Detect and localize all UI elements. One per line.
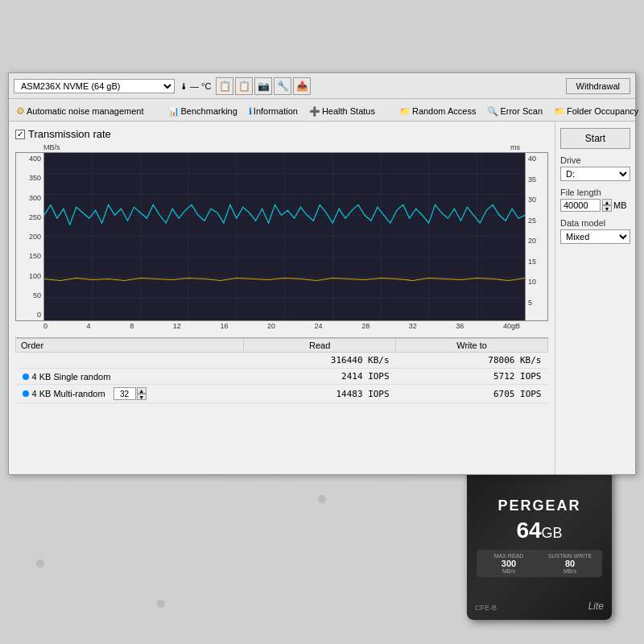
drive-selector[interactable]: D:: [560, 167, 630, 181]
toolbar: ASM236X NVME (64 gB) 🌡 — °C 📋 📋 📷 🔧 📤 Wi…: [9, 73, 635, 99]
x-axis: 0 4 8 12 16 20 24 28 32 36 40gB: [15, 321, 548, 331]
file-length-section: File length ▲ ▼ MB: [560, 188, 630, 212]
write-val-1: 78006 KB/s: [396, 353, 548, 369]
y-axis-right: 40 35 30 25 20 15 10 5: [525, 153, 547, 320]
file-length-up[interactable]: ▲: [602, 199, 612, 205]
drive-section: Drive D:: [560, 155, 630, 181]
read-val-1: 316440 KB/s: [244, 353, 396, 369]
nav-item-folder-occupancy[interactable]: 📁 Folder Occupancy: [551, 105, 641, 118]
max-read-unit: MB/s: [481, 568, 536, 574]
svg-point-8: [318, 495, 326, 503]
card-specs: MAX READ 300 MB/s SUSTAIN WRITE 80 MB/s: [477, 550, 602, 577]
right-panel: Start Drive D: File length ▲ ▼ MB: [555, 122, 635, 474]
nav-tabs: ⚙ Automatic noise management 📊 Benchmark…: [9, 99, 635, 122]
start-button[interactable]: Start: [560, 128, 630, 149]
file-length-unit: MB: [613, 200, 627, 210]
folder-icon-2: 📁: [554, 106, 565, 117]
max-read-value: 300: [481, 559, 536, 568]
folder-icon-1: 📁: [399, 106, 411, 117]
nav-item-health[interactable]: ➕ Health Status: [307, 105, 378, 118]
chart-svg-container: [44, 153, 525, 320]
nav-item-benchmarking[interactable]: 📊 Benchmarking: [166, 105, 240, 118]
benchmark-icon: 📊: [168, 106, 180, 117]
icon-btn-1[interactable]: 📋: [216, 77, 233, 95]
table-row: 316440 KB/s 78006 KB/s: [16, 353, 548, 369]
nav-item-error-scan[interactable]: 🔍 Error Scan: [485, 105, 545, 118]
icon-btn-5[interactable]: 📤: [293, 77, 311, 95]
table-row: 4 KB Single random 2414 IOPS 5712 IOPS: [16, 369, 548, 385]
main-area: ✓ Transmission rate MB/s ms 400 350 300 …: [9, 122, 555, 474]
spinner-value: 32: [114, 387, 136, 400]
color-indicator-1: [23, 374, 29, 380]
col-order: Order: [16, 339, 244, 353]
y-right-unit: ms: [510, 143, 520, 151]
write-val-3: 6705 IOPS: [396, 385, 548, 403]
file-length-down[interactable]: ▼: [602, 205, 612, 212]
thermometer-icon: 🌡: [180, 81, 188, 91]
spinner-up[interactable]: ▲: [137, 387, 147, 394]
transmission-checkbox[interactable]: ✓: [15, 130, 25, 139]
card-type-label: Lite: [588, 601, 604, 612]
col-read: Read: [244, 339, 396, 353]
col-write: Write to: [396, 339, 548, 353]
file-length-input[interactable]: [560, 199, 601, 212]
icon-btn-3[interactable]: 📷: [254, 77, 272, 95]
chart-title-row: ✓ Transmission rate: [15, 128, 548, 140]
data-model-selector[interactable]: Mixed: [560, 229, 630, 244]
svg-line-3: [161, 499, 322, 604]
health-icon: ➕: [309, 106, 320, 117]
drive-label: Drive: [560, 155, 630, 165]
sustain-write-label: SUSTAIN WRITE: [543, 553, 597, 559]
nav-item-random-access[interactable]: 📁 Random Access: [397, 105, 478, 118]
icon-btn-2[interactable]: 📋: [235, 77, 253, 95]
y-left-unit: MB/s: [43, 143, 60, 151]
search-icon: 🔍: [487, 106, 498, 117]
write-val-2: 5712 IOPS: [396, 369, 548, 385]
device-selector[interactable]: ASM236X NVME (64 gB): [14, 79, 175, 93]
data-model-section: Data model Mixed: [560, 218, 630, 244]
file-length-label: File length: [560, 188, 630, 197]
info-icon: ℹ: [249, 106, 252, 117]
data-table: Order Read Write to 316440 KB/s 78006 KB…: [15, 338, 548, 403]
card-cfe-label: CFE-B: [475, 604, 497, 612]
icon-btn-4[interactable]: 🔧: [274, 77, 291, 95]
spinner-down[interactable]: ▼: [137, 394, 147, 400]
card-size: 64GB: [516, 518, 562, 543]
color-indicator-2: [23, 390, 29, 397]
row-label-1: 4 KB Single random: [32, 372, 111, 382]
read-val-3: 14483 IOPS: [244, 385, 396, 403]
chart-container: 400 350 300 250 200 150 100 50 0: [15, 152, 548, 321]
memory-card: PERGEAR 64GB MAX READ 300 MB/s SUSTAIN W…: [467, 451, 612, 620]
table-area: Order Read Write to 316440 KB/s 78006 KB…: [15, 337, 548, 403]
card-spec-read: MAX READ 300 MB/s: [481, 553, 536, 574]
card-brand: PERGEAR: [497, 497, 580, 514]
y-axis-left: 400 350 300 250 200 150 100 50 0: [16, 153, 44, 320]
content-area: ✓ Transmission rate MB/s ms 400 350 300 …: [9, 122, 635, 474]
toolbar-icons: 📋 📋 📷 🔧 📤: [216, 77, 311, 95]
nav-item-noise-management[interactable]: ⚙ Automatic noise management: [14, 105, 147, 118]
data-model-label: Data model: [560, 218, 630, 228]
nav-item-information[interactable]: ℹ Information: [246, 105, 300, 118]
memory-card-section: PERGEAR 64GB MAX READ 300 MB/s SUSTAIN W…: [467, 451, 628, 628]
chart-title: Transmission rate: [28, 128, 111, 140]
row-label-2: 4 KB Multi-random: [32, 389, 105, 398]
card-spec-write: SUSTAIN WRITE 80 MB/s: [543, 553, 597, 574]
read-val-2: 2414 IOPS: [244, 369, 396, 385]
svg-point-12: [36, 559, 44, 568]
gear-icon: ⚙: [16, 105, 25, 117]
table-row: 4 KB Multi-random 32 ▲ ▼: [16, 385, 548, 403]
temperature-display: 🌡 — °C: [180, 81, 211, 91]
withdrawal-button[interactable]: Withdrawal: [566, 78, 630, 94]
sustain-write-value: 80: [543, 559, 597, 568]
svg-point-10: [157, 600, 165, 608]
sustain-write-unit: MB/s: [543, 568, 597, 574]
chart-units: MB/s ms: [15, 143, 548, 151]
max-read-label: MAX READ: [481, 553, 536, 559]
